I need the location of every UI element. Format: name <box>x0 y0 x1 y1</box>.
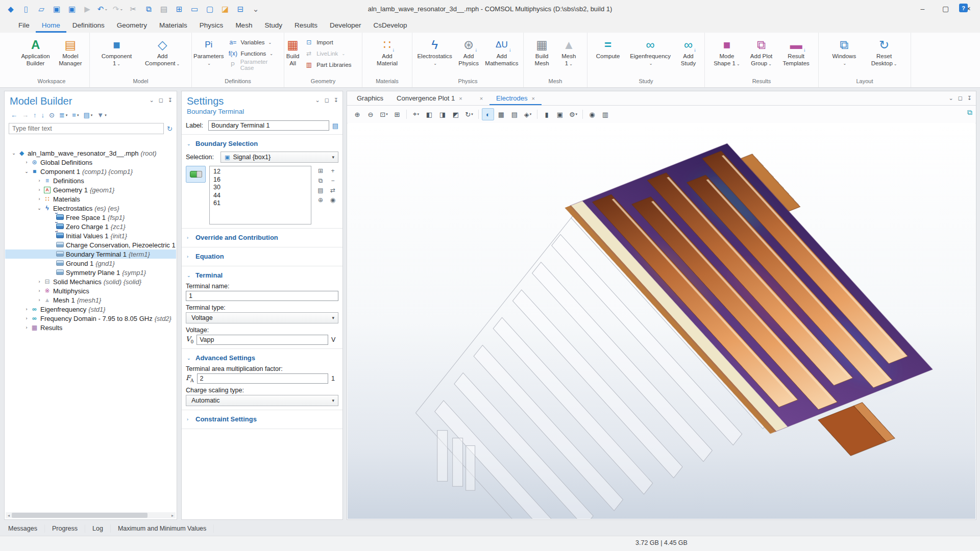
tree-node-zero-charge-1[interactable]: D▼Zero Charge 1{zc1} <box>5 222 176 231</box>
tree-node-multiphysics[interactable]: ›※Multiphysics <box>5 286 176 295</box>
zoom-extents-icon[interactable]: ⊡▾ <box>378 108 390 120</box>
find-icon[interactable]: ⊟ <box>234 2 247 15</box>
mesh-1-button[interactable]: ▲Mesh1⌄ <box>560 35 577 67</box>
chevron-right-icon[interactable]: › <box>23 160 30 165</box>
expand-all-icon[interactable]: ≣▾ <box>59 112 67 118</box>
mesh-rendering-icon[interactable]: ▤ <box>508 108 521 120</box>
tree-node-electrostatics[interactable]: ⌄ϟElectrostatics(es) {es} <box>5 204 176 213</box>
show-selection-icon[interactable]: ◉ <box>327 196 338 204</box>
tree-node-materials[interactable]: ›∷Materials <box>5 194 176 204</box>
menu-csdevelop[interactable]: CsDevelop <box>367 17 413 33</box>
model-tree-filter-icon[interactable]: ▼▾ <box>97 112 106 118</box>
chevron-down-icon[interactable]: ⌄ <box>23 169 30 174</box>
node-grouping-icon[interactable]: ▤▾ <box>83 112 92 118</box>
select-region-icon[interactable]: ▢ <box>203 2 216 15</box>
terminal-area-factor-input[interactable] <box>197 373 328 384</box>
zoom-out-icon[interactable]: ⊖ <box>364 108 377 120</box>
duplicate-icon[interactable]: ⊞ <box>173 2 186 15</box>
import-button[interactable]: ⊡Import <box>301 37 361 48</box>
menu-materials[interactable]: Materials <box>153 17 193 33</box>
rotate-view-icon[interactable]: ↻▾ <box>463 108 475 120</box>
advanced-settings-section-header[interactable]: ⌄ Advanced Settings <box>186 352 338 364</box>
tree-node-frequency-domain-7-95-to-8-05-ghz[interactable]: ›∞Frequency Domain - 7.95 to 8.05 GHz{st… <box>5 314 176 323</box>
undo-icon[interactable]: ↶⌄ <box>96 2 109 15</box>
move-up-icon[interactable]: ↑ <box>33 112 37 118</box>
pin-panel-icon[interactable]: ↧ <box>334 97 338 103</box>
wireframe-rendering-icon[interactable]: ▦ <box>495 108 507 120</box>
tree-node-free-space-1[interactable]: DFree Space 1{fsp1} <box>5 213 176 222</box>
run-icon[interactable]: ▶ <box>81 2 94 15</box>
new-selection-icon[interactable]: ⊞ <box>315 167 326 174</box>
panel-menu-icon[interactable]: ⌄ <box>149 97 154 103</box>
add-component-button[interactable]: ◇AddComponent⌄ <box>143 35 181 67</box>
electrostatics-button[interactable]: ϟElectrostatics⌄ <box>415 35 453 67</box>
move-down-icon[interactable]: ↓ <box>41 112 45 118</box>
selection-entity[interactable]: 12 <box>213 168 311 176</box>
active-toggle-button[interactable] <box>186 166 206 183</box>
build-mesh-button[interactable]: ▦BuildMesh <box>533 35 551 67</box>
selection-entity[interactable]: 44 <box>213 192 311 200</box>
go-to-default-view-icon[interactable]: ⌖▾ <box>410 108 422 120</box>
tree-node-symmetry-plane-1[interactable]: Symmetry Plane 1{symp1} <box>5 268 176 277</box>
panel-menu-icon[interactable]: ⌄ <box>315 97 320 103</box>
view-xy-plane-icon[interactable]: ◧ <box>423 108 435 120</box>
terminal-name-input[interactable] <box>186 291 338 301</box>
selection-entity[interactable]: 30 <box>213 184 311 192</box>
view-options-icon[interactable]: ◈▾ <box>522 108 534 120</box>
boundary-selection-list[interactable]: 1216304461 <box>209 166 311 224</box>
tree-node-results[interactable]: ›▦Results <box>5 323 176 332</box>
new-file-icon[interactable]: ▯ <box>19 2 33 15</box>
zoom-box-icon[interactable]: ⊞ <box>391 108 403 120</box>
open-file-icon[interactable]: ▱ <box>35 2 48 15</box>
chevron-right-icon[interactable]: › <box>23 325 30 330</box>
close-icon[interactable]: × <box>459 95 462 102</box>
close-icon[interactable]: × <box>532 95 535 102</box>
tree-node-definitions[interactable]: ›≡Definitions <box>5 176 176 185</box>
result-templates-button[interactable]: ▬↓ResultTemplates <box>781 35 811 67</box>
electrode-model-3d[interactable] <box>348 123 975 519</box>
mode-shape-1-button[interactable]: ■ModeShape 1⌄ <box>712 35 742 67</box>
pin-panel-icon[interactable]: ↧ <box>168 97 173 103</box>
build-all-button[interactable]: ▦BuildAll <box>285 35 301 67</box>
cut-icon[interactable]: ✂ <box>127 2 140 15</box>
menu-results[interactable]: Results <box>288 17 324 33</box>
maximize-button[interactable]: ▢ <box>934 0 957 17</box>
livelink-button[interactable]: ⇄LiveLink⌄ <box>301 48 361 59</box>
chevron-right-icon[interactable]: › <box>36 279 43 284</box>
scrollbar-thumb[interactable] <box>12 513 148 518</box>
add-plot-group-button[interactable]: ⧉Add PlotGroup⌄ <box>749 35 774 67</box>
override-section-header[interactable]: › Override and Contribution <box>186 232 338 243</box>
part-libraries-button[interactable]: ▥Part Libraries <box>301 59 361 70</box>
plot-settings-icon[interactable]: ⚙▾ <box>567 108 579 120</box>
component-1-button[interactable]: ■Component1⌄ <box>100 35 133 67</box>
float-panel-icon[interactable]: ◻ <box>958 95 963 101</box>
paste-icon[interactable]: ▤ <box>157 2 170 15</box>
menu-home[interactable]: Home <box>36 17 66 33</box>
tree-node-charge-conservation-piezoelectric-1[interactable]: Charge Conservation, Piezoelectric 1{ccn… <box>5 240 176 249</box>
scroll-right-icon[interactable]: ▸ <box>169 513 176 518</box>
tree-node-mesh-1[interactable]: ›▲Mesh 1{mesh1} <box>5 295 176 305</box>
close-icon[interactable]: × <box>480 95 483 102</box>
toolbar-options-icon[interactable]: ⌄ <box>249 2 262 15</box>
tree-node-global-definitions[interactable]: ›⊛Global Definitions <box>5 158 176 167</box>
redo-icon[interactable]: ↷⌄ <box>111 2 125 15</box>
chevron-right-icon[interactable]: › <box>23 307 30 312</box>
scroll-left-icon[interactable]: ◂ <box>6 513 12 518</box>
windows-button[interactable]: ⧉Windows⌄ <box>830 35 857 67</box>
menu-definitions[interactable]: Definitions <box>66 17 111 33</box>
swap-selection-icon[interactable]: ⇄ <box>327 186 338 194</box>
tree-node-solid-mechanics[interactable]: ›⊟Solid Mechanics(solid) {solid} <box>5 277 176 286</box>
clear-selection-icon[interactable]: ◪ <box>218 2 232 15</box>
tab-blank[interactable]: × <box>469 91 489 105</box>
application-builder-button[interactable]: AApplicationBuilder <box>19 35 51 67</box>
color-legend-icon[interactable]: ▮ <box>541 108 553 120</box>
add-to-selection-icon[interactable]: + <box>327 167 338 174</box>
zoom-to-selection-icon[interactable]: ⊕ <box>315 196 326 204</box>
print-icon[interactable]: ▥ <box>599 108 611 120</box>
terminal-type-dropdown[interactable]: Voltage ▾ <box>186 312 338 323</box>
chevron-right-icon[interactable]: › <box>36 196 43 202</box>
copy-selection-icon[interactable]: ▤ <box>315 186 326 194</box>
show-icon[interactable]: ⊙ <box>49 112 55 118</box>
terminal-section-header[interactable]: ⌄ Terminal <box>186 269 338 281</box>
voltage-input[interactable] <box>197 335 328 345</box>
